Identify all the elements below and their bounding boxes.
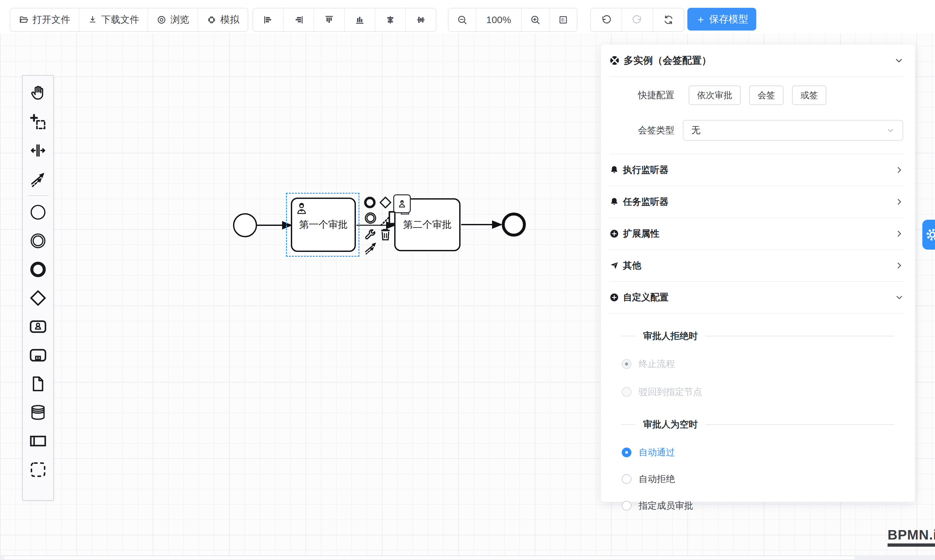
- radio-label: 终止流程: [638, 358, 675, 370]
- data-object-icon: [29, 375, 47, 392]
- sign-type-row: 会签类型 无: [609, 120, 904, 141]
- align-center-horizontal-button[interactable]: [375, 8, 405, 31]
- create-data-object[interactable]: [24, 369, 52, 398]
- create-end-event[interactable]: [24, 255, 52, 284]
- create-participant[interactable]: [24, 427, 52, 455]
- panel-header[interactable]: 多实例（会签配置）: [609, 45, 904, 77]
- section-task-listener[interactable]: 任务监听器: [609, 186, 904, 218]
- space-tool-icon: [29, 142, 47, 159]
- undo-icon: [601, 14, 612, 25]
- undo-button[interactable]: [591, 8, 621, 31]
- space-tool[interactable]: [24, 136, 52, 165]
- radio-label: 指定成员审批: [638, 500, 693, 512]
- pad-connect[interactable]: [363, 241, 379, 255]
- align-right-button[interactable]: [283, 8, 314, 31]
- settings-tab[interactable]: [922, 220, 935, 249]
- intermediate-event-icon: [363, 211, 378, 225]
- user-task-icon: [397, 198, 407, 209]
- participant-icon: [29, 432, 47, 450]
- hand-tool[interactable]: [24, 79, 52, 108]
- bpmn-io-logo[interactable]: BPMN.iO: [887, 527, 935, 547]
- section-label: 其他: [623, 259, 891, 272]
- pad-change-type[interactable]: [363, 228, 377, 242]
- zoom-level: 100%: [476, 8, 521, 31]
- quick-config-row: 快捷配置 依次审批 会签 或签: [609, 86, 904, 105]
- simulate-button[interactable]: 模拟: [198, 8, 248, 31]
- wrench-icon: [363, 228, 376, 241]
- radio-auto-pass[interactable]: 自动通过: [622, 446, 904, 458]
- align-left-button[interactable]: [253, 8, 283, 31]
- sign-type-select[interactable]: 无: [683, 120, 903, 141]
- radio-icon[interactable]: [622, 387, 632, 397]
- align-center-horizontal-icon: [385, 15, 395, 25]
- section-others[interactable]: 其他: [609, 250, 904, 282]
- pad-append-text-annotation[interactable]: [378, 208, 397, 227]
- pad-append-intermediate-event[interactable]: [363, 211, 378, 225]
- pad-append-end-event[interactable]: [363, 195, 377, 210]
- task-second-label: 第二个审批: [403, 218, 452, 231]
- end-event[interactable]: [502, 212, 526, 237]
- simulate-label: 模拟: [220, 13, 239, 26]
- align-center-vertical-icon: [416, 15, 426, 25]
- divider: [706, 424, 894, 425]
- horizontal-scrollbar[interactable]: [0, 555, 935, 560]
- download-icon: [88, 15, 97, 25]
- create-intermediate-event[interactable]: [24, 226, 52, 255]
- create-subprocess[interactable]: [24, 341, 52, 369]
- task-first-approval[interactable]: 第一个审批: [291, 198, 356, 252]
- fit-viewport-button[interactable]: [549, 8, 577, 31]
- refresh-icon: [663, 14, 674, 25]
- redo-button[interactable]: [621, 8, 653, 31]
- connect-icon: [29, 170, 47, 188]
- pad-delete[interactable]: [378, 226, 392, 242]
- empty-group-label: 审批人为空时: [643, 418, 698, 431]
- align-top-icon: [324, 15, 334, 25]
- open-file-button[interactable]: 打开文件: [11, 8, 78, 31]
- chevron-down-icon[interactable]: [894, 55, 904, 65]
- create-data-store[interactable]: [24, 398, 52, 427]
- group-icon: [29, 461, 47, 478]
- create-start-event[interactable]: [24, 198, 52, 226]
- zoom-in-button[interactable]: [521, 8, 549, 31]
- radio-assign-member[interactable]: 指定成员审批: [622, 500, 904, 512]
- reset-button[interactable]: [653, 8, 684, 31]
- hand-icon: [29, 85, 47, 102]
- reject-group-label: 审批人拒绝时: [643, 330, 698, 342]
- align-bottom-button[interactable]: [344, 8, 375, 31]
- radio-icon[interactable]: [622, 501, 632, 511]
- text-annotation-icon: [378, 208, 397, 227]
- start-event[interactable]: [233, 213, 257, 237]
- pad-append-gateway[interactable]: [378, 195, 392, 210]
- create-user-task[interactable]: [24, 312, 52, 341]
- section-custom-config[interactable]: 自定义配置: [609, 282, 904, 314]
- user-icon: [295, 201, 308, 217]
- toolbar: 打开文件 下载文件 浏览 模拟: [0, 0, 935, 34]
- zoom-out-button[interactable]: [449, 8, 476, 31]
- radio-terminate-process[interactable]: 终止流程: [622, 358, 904, 370]
- radio-icon[interactable]: [622, 448, 632, 457]
- section-extended-properties[interactable]: 扩展属性: [609, 218, 904, 250]
- create-group[interactable]: [24, 455, 52, 484]
- global-connect-tool[interactable]: [24, 165, 52, 193]
- align-top-button[interactable]: [314, 8, 344, 31]
- radio-icon[interactable]: [622, 359, 632, 369]
- chevron-right-icon: [895, 165, 904, 175]
- open-file-label: 打开文件: [32, 13, 70, 26]
- quick-option-countersign[interactable]: 会签: [749, 86, 784, 105]
- download-file-button[interactable]: 下载文件: [78, 8, 148, 31]
- radio-return-to-node[interactable]: 驳回到指定节点: [622, 386, 904, 398]
- scrollbar-thumb[interactable]: [3, 556, 855, 560]
- align-center-vertical-button[interactable]: [405, 8, 436, 31]
- quick-option-sequential[interactable]: 依次审批: [689, 86, 741, 105]
- plus-circle-icon: [609, 229, 619, 238]
- preview-button[interactable]: 浏览: [148, 8, 198, 31]
- section-execution-listener[interactable]: 执行监听器: [609, 154, 904, 186]
- create-gateway[interactable]: [24, 284, 52, 312]
- quick-option-orsign[interactable]: 或签: [792, 86, 826, 105]
- radio-auto-reject[interactable]: 自动拒绝: [622, 473, 904, 485]
- sign-type-value: 无: [691, 124, 886, 137]
- lasso-tool[interactable]: [24, 108, 52, 136]
- radio-icon[interactable]: [622, 474, 632, 484]
- bell-icon: [609, 165, 619, 175]
- save-model-button[interactable]: ＋ 保存模型: [687, 8, 756, 31]
